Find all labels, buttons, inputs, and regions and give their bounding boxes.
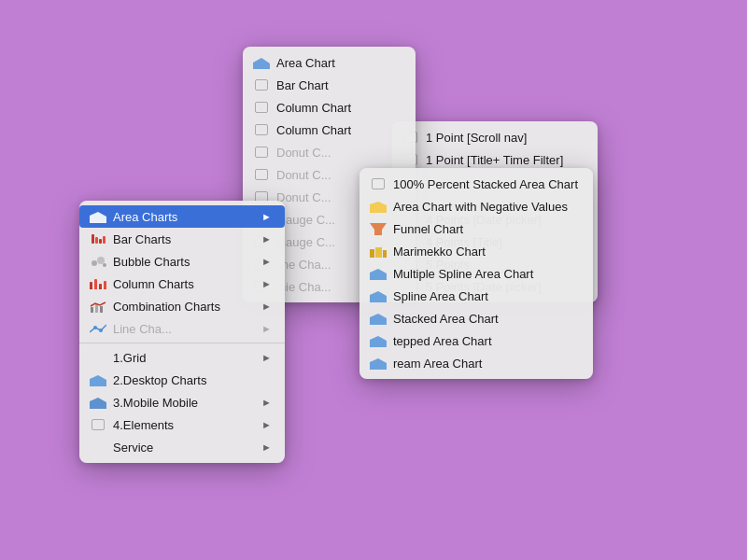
- stream-area-item[interactable]: ream Area Chart: [359, 352, 593, 374]
- box-icon: [252, 145, 271, 160]
- negative-values-label: Area Chart with Negative Values: [393, 200, 580, 214]
- stream-area-label: ream Area Chart: [393, 357, 580, 371]
- area-yellow-icon: [369, 199, 388, 214]
- svg-rect-16: [383, 250, 387, 258]
- box-icon: [369, 176, 388, 191]
- menu-item[interactable]: Area Chart: [243, 51, 416, 74]
- bar-charts-item[interactable]: Bar Charts ►: [79, 228, 285, 250]
- svg-marker-20: [370, 336, 387, 347]
- multiple-spline-item[interactable]: Multiple Spline Area Chart: [359, 262, 593, 285]
- svg-point-8: [93, 326, 97, 329]
- spline-area-label: Spline Area Chart: [393, 289, 580, 303]
- svg-marker-13: [370, 223, 387, 235]
- desktop-charts-item[interactable]: 2.Desktop Charts: [79, 369, 285, 391]
- line-charts-item[interactable]: Line Cha... ►: [79, 317, 285, 340]
- marimekko-icon: [369, 244, 388, 259]
- box-icon: [252, 100, 271, 115]
- funnel-icon: [369, 221, 388, 236]
- menu-item[interactable]: Column Chart: [243, 119, 416, 141]
- svg-rect-5: [91, 307, 93, 313]
- area-charts-label: Area Charts: [113, 210, 243, 224]
- box-icon: [252, 77, 271, 92]
- multiple-spline-label: Multiple Spline Area Chart: [393, 267, 580, 281]
- menu-item-label: Column Chart: [276, 101, 402, 115]
- stacked-area-item[interactable]: Stacked Area Chart: [359, 307, 593, 329]
- box-icon: [252, 167, 271, 182]
- menu-item-label: 1 Point [Scroll nav]: [426, 131, 585, 145]
- spline-area-item[interactable]: Spline Area Chart: [359, 285, 593, 307]
- menu-item-label: Bar Chart: [276, 78, 402, 92]
- area-charts-item[interactable]: Area Charts ►: [79, 205, 285, 228]
- main-menu-panel: Area Charts ► Bar Charts ► Bubble Charts…: [79, 201, 285, 463]
- menu-item[interactable]: Bar Chart: [243, 74, 416, 96]
- menu-item-label: Column Chart: [276, 123, 402, 137]
- menu-divider: [79, 343, 285, 343]
- funnel-item[interactable]: Funnel Chart: [359, 217, 593, 240]
- none-icon: [89, 350, 107, 365]
- column-charts-icon: [89, 276, 107, 291]
- stepped-area-label: tepped Area Chart: [393, 334, 580, 348]
- submenu-arrow: ►: [261, 301, 272, 312]
- area-blue-icon: [369, 266, 388, 281]
- combination-charts-label: Combination Charts: [113, 300, 243, 314]
- area-blue-icon: [369, 356, 388, 371]
- menu-item[interactable]: 1 Point [Scroll nav]: [392, 126, 598, 148]
- bar-charts-icon: [89, 231, 107, 246]
- percent-stacked-item[interactable]: 100% Percent Stacked Area Chart: [359, 173, 593, 195]
- svg-marker-0: [253, 58, 270, 69]
- submenu-arrow: ►: [261, 352, 272, 363]
- svg-marker-12: [370, 202, 387, 213]
- combination-charts-item[interactable]: Combination Charts ►: [79, 295, 285, 317]
- column-charts-item[interactable]: Column Charts ►: [79, 273, 285, 295]
- area-charts-icon: [89, 209, 107, 224]
- svg-marker-1: [90, 212, 106, 223]
- submenu-arrow: ►: [261, 233, 272, 245]
- submenu-arrow: ►: [261, 397, 272, 408]
- bubble-charts-item[interactable]: Bubble Charts ►: [79, 250, 285, 273]
- submenu-arrow: ►: [261, 323, 272, 334]
- svg-marker-21: [370, 358, 387, 370]
- area-icon: [252, 55, 271, 70]
- area-blue-icon: [369, 311, 388, 326]
- svg-rect-15: [375, 247, 382, 258]
- bubble-charts-icon: [89, 254, 107, 269]
- area-blue-icon: [369, 333, 388, 348]
- service-label: Service: [113, 441, 243, 455]
- submenu-arrow: ►: [261, 278, 272, 289]
- marimekko-label: Marimekko Chart: [393, 245, 580, 259]
- svg-point-3: [97, 257, 105, 264]
- svg-marker-18: [370, 291, 387, 302]
- menu-item-label: 1 Point [Title+ Time Filter]: [426, 153, 585, 167]
- funnel-label: Funnel Chart: [393, 222, 580, 236]
- grid-item[interactable]: 1.Grid ►: [79, 346, 285, 369]
- svg-point-9: [99, 329, 103, 332]
- desktop-charts-icon: [89, 372, 107, 387]
- combination-charts-icon: [89, 299, 107, 314]
- menu-item-label: Area Chart: [276, 56, 402, 70]
- svg-point-4: [103, 263, 106, 267]
- submenu-arrow: ►: [261, 419, 272, 430]
- svg-rect-14: [370, 249, 374, 258]
- stepped-area-item[interactable]: tepped Area Chart: [359, 329, 593, 352]
- line-charts-label: Line Cha...: [113, 322, 243, 336]
- svg-rect-7: [100, 306, 103, 313]
- column-charts-label: Column Charts: [113, 277, 243, 291]
- submenu-arrow: ►: [261, 211, 272, 222]
- svg-marker-17: [370, 269, 387, 280]
- box-icon: [252, 122, 271, 137]
- bar-charts-label: Bar Charts: [113, 232, 243, 246]
- desktop-charts-label: 2.Desktop Charts: [113, 373, 272, 387]
- menu-item[interactable]: Column Chart: [243, 96, 416, 119]
- stacked-area-label: Stacked Area Chart: [393, 312, 580, 326]
- elements-item[interactable]: 4.Elements ►: [79, 413, 285, 436]
- negative-values-item[interactable]: Area Chart with Negative Values: [359, 195, 593, 217]
- none-icon: [89, 440, 107, 455]
- svg-marker-10: [90, 375, 106, 386]
- percent-stacked-label: 100% Percent Stacked Area Chart: [393, 177, 580, 191]
- service-item[interactable]: Service ►: [79, 436, 285, 458]
- menu-item[interactable]: Donut C...: [243, 141, 416, 163]
- mobile-item[interactable]: 3.Mobile Mobile ►: [79, 391, 285, 413]
- area-submenu-panel: 100% Percent Stacked Area Chart Area Cha…: [359, 168, 593, 379]
- marimekko-item[interactable]: Marimekko Chart: [359, 240, 593, 262]
- submenu-arrow: ►: [261, 256, 272, 267]
